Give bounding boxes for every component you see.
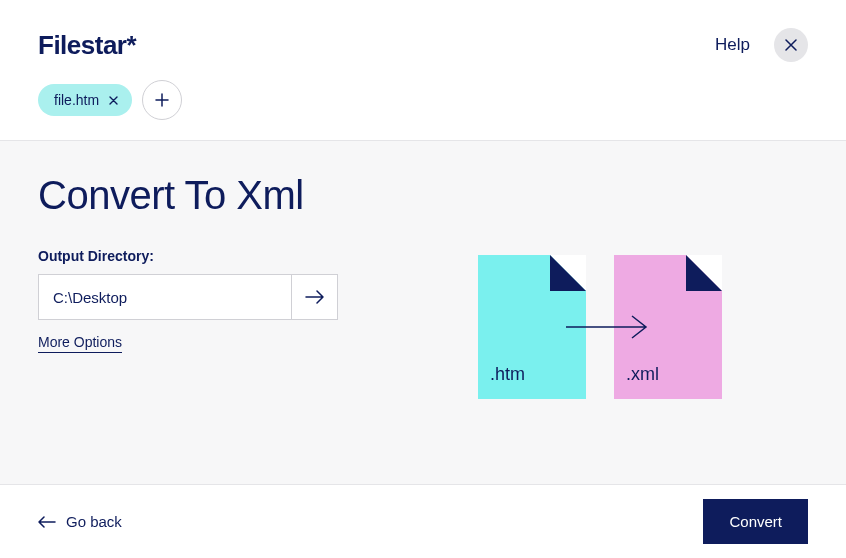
output-directory-input[interactable] [39,275,291,319]
source-file-icon: .htm [478,255,586,399]
footer-bar: Go back Convert [0,484,846,558]
file-chip-label: file.htm [54,92,99,108]
app-header: Filestar* Help file.htm [0,0,846,141]
header-top-row: Filestar* Help [38,28,808,62]
add-file-button[interactable] [142,80,182,120]
conversion-illustration: .htm .xml [478,173,722,399]
page-title: Convert To Xml [38,173,378,218]
help-link[interactable]: Help [715,35,750,55]
file-fold-icon [550,255,586,291]
arrow-right-icon [305,290,325,304]
go-back-button[interactable]: Go back [38,513,122,530]
close-button[interactable] [774,28,808,62]
arrow-left-icon [38,516,56,528]
output-directory-row [38,274,338,320]
header-right-group: Help [715,28,808,62]
close-icon [785,39,797,51]
app-logo: Filestar* [38,30,136,61]
arrow-right-icon [566,315,650,339]
output-directory-browse[interactable] [291,275,337,319]
main-content: Convert To Xml Output Directory: More Op… [0,141,846,431]
target-file-ext: .xml [626,364,659,385]
file-fold-icon [686,255,722,291]
more-options-link[interactable]: More Options [38,334,122,353]
plus-icon [155,93,169,107]
close-icon [109,96,118,105]
convert-button[interactable]: Convert [703,499,808,544]
output-directory-label: Output Directory: [38,248,378,264]
source-file-ext: .htm [490,364,525,385]
go-back-label: Go back [66,513,122,530]
file-chip[interactable]: file.htm [38,84,132,116]
file-chip-row: file.htm [38,80,808,120]
settings-column: Convert To Xml Output Directory: More Op… [38,173,378,399]
file-chip-remove[interactable] [109,96,118,105]
